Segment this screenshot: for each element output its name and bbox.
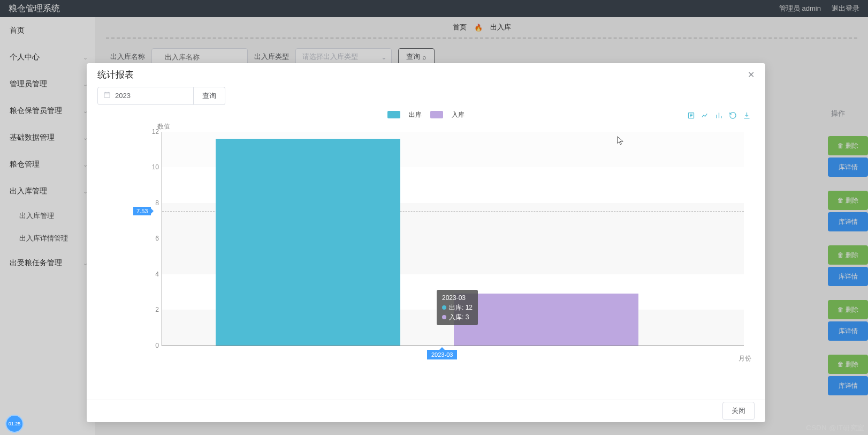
y-tick: 6 xyxy=(147,235,159,242)
modal-close-button[interactable]: 关闭 xyxy=(722,402,755,420)
x-category-label: 2023-03 xyxy=(427,350,457,359)
year-picker[interactable]: 2023 xyxy=(97,87,194,105)
year-value: 2023 xyxy=(115,92,131,100)
bar-switch-icon[interactable] xyxy=(714,111,724,121)
dataview-icon[interactable] xyxy=(686,111,696,121)
y-marker-label: 7.53 xyxy=(133,207,151,215)
chart-tooltip: 2023-03 出库: 12 入库: 3 xyxy=(437,290,478,325)
svg-rect-0 xyxy=(104,93,110,98)
close-icon[interactable]: ✕ xyxy=(748,70,755,80)
y-tick: 10 xyxy=(147,163,159,171)
y-tick: 12 xyxy=(147,128,159,136)
modal-title: 统计报表 xyxy=(97,69,134,81)
y-tick: 4 xyxy=(147,271,159,278)
stats-modal: 统计报表 ✕ 2023 查询 出库 入库 xyxy=(87,63,765,422)
legend-swatch-out[interactable] xyxy=(387,111,400,118)
plot-area: 0 2 4 6 8 10 12 7.53 2023-03 2023-03 出库: xyxy=(162,132,744,346)
watermark: CSDN @IT研究室 xyxy=(806,423,865,433)
download-icon[interactable] xyxy=(742,111,751,121)
legend-swatch-in[interactable] xyxy=(430,111,443,118)
y-tick: 2 xyxy=(147,306,159,313)
line-switch-icon[interactable] xyxy=(700,111,710,121)
query-button[interactable]: 查询 xyxy=(194,87,225,105)
calendar-icon xyxy=(103,91,111,100)
y-axis-title: 数值 xyxy=(157,122,170,131)
bar-in[interactable] xyxy=(454,294,638,346)
restore-icon[interactable] xyxy=(728,111,737,121)
x-axis-title: 月份 xyxy=(738,354,751,363)
legend-label-out[interactable]: 出库 xyxy=(409,110,422,119)
legend-label-in[interactable]: 入库 xyxy=(452,110,465,119)
chart: 出库 入库 数值 月份 0 xyxy=(97,110,755,394)
video-time-badge: 01:25 xyxy=(5,415,24,433)
bar-out[interactable] xyxy=(216,139,400,345)
y-tick: 0 xyxy=(147,342,159,349)
y-tick: 8 xyxy=(147,199,159,207)
